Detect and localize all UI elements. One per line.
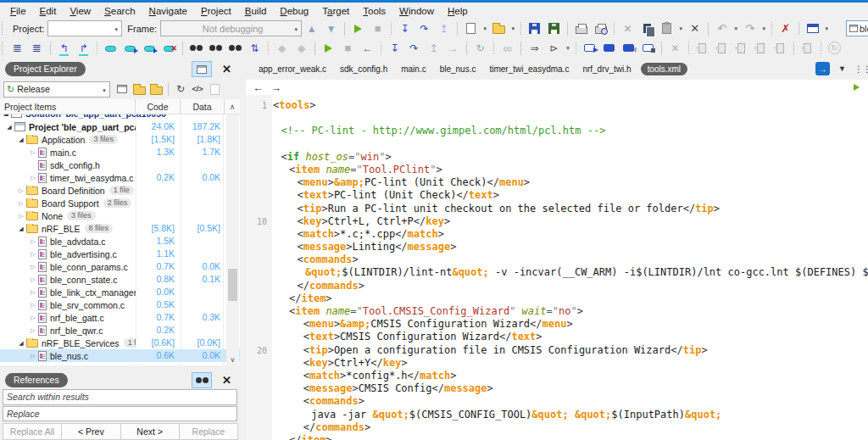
expander-closed-icon[interactable]: ▷ [17,187,25,194]
expander-closed-icon[interactable]: ▷ [29,302,37,309]
tab-main-c[interactable]: main.c [394,63,432,75]
tree-row-ble-nus-c[interactable]: ▷ble_nus.c0.6K0.0K [0,349,240,362]
column-data[interactable]: Data [181,99,225,114]
code-line-25[interactable]: java -jar &quot;$(CMSIS_CONFIG_TOOL)&quo… [246,409,868,421]
step-into-icon[interactable]: ↧ [385,40,404,56]
menu-file[interactable]: File [3,5,33,17]
close-panel-button[interactable]: ✕ [217,374,236,387]
step-into-icon[interactable]: ↧ [395,20,415,36]
code-line-15[interactable]: </commands> [246,280,868,292]
code-line-10[interactable]: 10 <key>Ctrl+L, Ctrl+P</key> [246,215,868,228]
tree-row-nrf-ble-gatt-c[interactable]: ▷nrf_ble_gatt.c0.7K0.3K [0,311,240,324]
close-panel-button[interactable]: ✕ [217,63,236,75]
expander-open-icon[interactable]: ◢ [17,226,25,232]
redo-icon[interactable]: ↷ [740,20,760,36]
bubble-add-icon[interactable] [599,40,619,56]
new-window-button[interactable] [114,81,131,97]
tab-nrf-drv-twi-h[interactable]: nrf_drv_twi.h [576,63,637,75]
menu-help[interactable]: Help [441,5,475,17]
expander-closed-icon[interactable]: ▷ [29,289,37,296]
tree-row-main-c[interactable]: ▷main.c1.3K1.7K [0,146,240,159]
tree-scrollbar[interactable]: ∨ [226,114,239,365]
project-combobox[interactable]: ▼ [47,20,122,36]
scroll-down-button[interactable]: ∨ [226,354,239,365]
bookmark-next-icon[interactable]: ◆ [292,40,311,56]
bubble-run-icon[interactable] [580,40,599,56]
tree-row-project-ble-app-uart-pca1[interactable]: ◢Project 'ble_app_uart_pca124.0K187.2K [0,120,240,133]
code-line-2[interactable] [246,112,868,125]
move-up-icon[interactable]: ▲ [302,20,321,36]
code-line-8[interactable]: <text>PC-lint (Unit Check)</text> [246,189,868,202]
tree-row-ble-conn-params-c[interactable]: ▷ble_conn_params.c0.7K0.0K [0,260,240,273]
run-to-cursor-icon[interactable]: → [443,40,463,56]
expander-closed-icon[interactable]: ▷ [29,327,37,334]
expander-closed-icon[interactable]: ▷ [29,149,37,156]
menu-tools[interactable]: Tools [356,5,392,17]
quick-find-combobox[interactable]: ble_a [846,20,868,36]
code-line-27[interactable]: </item> [246,434,868,440]
expander-open-icon[interactable]: ◢ [5,124,14,131]
registers-icon[interactable] [798,40,817,56]
frame-combobox[interactable]: Not debugging▼ [160,20,302,36]
menu-project[interactable]: Project [194,5,238,17]
goto-next-icon[interactable]: ↱ [74,40,93,56]
tab-timer-twi-easydma-c[interactable]: timer_twi_easydma.c [482,63,576,75]
nav-back-button[interactable]: ← [253,81,264,94]
print-preview-icon[interactable] [591,20,610,36]
replace-input[interactable]: Replace [3,406,237,421]
menu-view[interactable]: View [63,5,97,17]
stop-icon[interactable]: ■ [338,40,358,56]
search-within-results-input[interactable]: Search within results [3,389,237,404]
column-project-items[interactable]: Project Items [0,99,136,114]
code-line-11[interactable]: <match>*.c;*.cpp</match> [246,228,868,241]
breakpoint-filter-icon[interactable]: ✗ [776,20,795,36]
refresh-button[interactable]: ↻ [172,81,189,97]
copy-icon[interactable] [637,20,657,36]
tree-row-ble-conn-state-c[interactable]: ▷ble_conn_state.c0.8K0.1K [0,273,240,286]
expander-closed-icon[interactable]: ▷ [29,315,37,321]
step-out-icon[interactable]: ↥ [424,40,443,56]
save-all-icon[interactable] [544,20,564,36]
nav-forward-button[interactable]: → [270,81,281,94]
code-line-14[interactable]: &quot;$(LINTDIR)/lint-nt&quot; -v -incva… [246,266,868,279]
scrollbar-thumb[interactable] [228,269,237,301]
code-line-26[interactable]: </commands> [246,421,868,434]
code-line-7[interactable]: <menu>&amp;PC-lint (Unit Check)</menu> [246,176,868,189]
window-list-icon[interactable] [803,20,822,36]
expander-closed-icon[interactable]: ▷ [29,175,37,181]
scroll-up-button[interactable]: ∧ [225,103,240,111]
run-icon[interactable] [348,20,368,36]
show-source-button[interactable]: </> [189,81,206,97]
more-tabs-icon[interactable]: ⋮⋮ [854,64,868,74]
code-editor[interactable]: 1<tools> <!-- PC-lint - http://www.gimpe… [246,95,868,440]
menu-navigate[interactable]: Navigate [142,5,194,17]
code-line-17[interactable]: <item name="Tool.CMSIS_Config_Wizard" wa… [246,305,868,318]
delete-icon[interactable]: ✕ [685,20,704,36]
code-line-20[interactable]: 20 <tip>Open a configuration file in CMS… [246,344,868,357]
expander-open-icon[interactable]: ◢ [17,136,25,143]
run-icon[interactable] [319,40,338,56]
replace-button[interactable]: Replace [179,423,238,440]
code-line-3[interactable]: <!-- PC-lint - http://www.gimpel.com/htm… [246,125,868,137]
bubble-stop-icon[interactable] [638,40,658,56]
code-line-1[interactable]: 1<tools> [246,99,868,112]
paste-dropdown[interactable]: ▼ [676,26,685,31]
menu-edit[interactable]: Edit [33,5,64,17]
clear-bubbles-icon[interactable]: ✕ [665,40,685,56]
find-references-button[interactable] [192,372,212,388]
menu-window[interactable]: Window [392,5,441,17]
tree-row-nrf-ble-qwr-c[interactable]: ▷nrf_ble_qwr.c0.2K [0,324,240,337]
breakpoint-clear-icon[interactable] [159,40,179,56]
code-line-24[interactable]: <commands> [246,395,868,408]
open-file-icon[interactable] [489,20,509,36]
tree-row-ble-link-ctx-manager[interactable]: ▷ble_link_ctx_manager0.0K [0,286,240,298]
glasses-icon[interactable]: ∞ [498,40,517,56]
breakpoint-icon[interactable] [101,40,120,56]
find-selection-icon[interactable]: ⇅ [245,40,264,56]
expander-closed-icon[interactable]: ▷ [17,213,25,220]
code-line-21[interactable]: <key>Ctrl+Y</key> [246,357,868,370]
tab-ble-nus-c[interactable]: ble_nus.c [433,63,483,75]
step-over-icon[interactable]: ↷ [404,40,424,56]
expander-open-icon[interactable]: ◢ [17,340,25,347]
tab-app-error-weak-c[interactable]: app_error_weak.c [252,63,333,75]
